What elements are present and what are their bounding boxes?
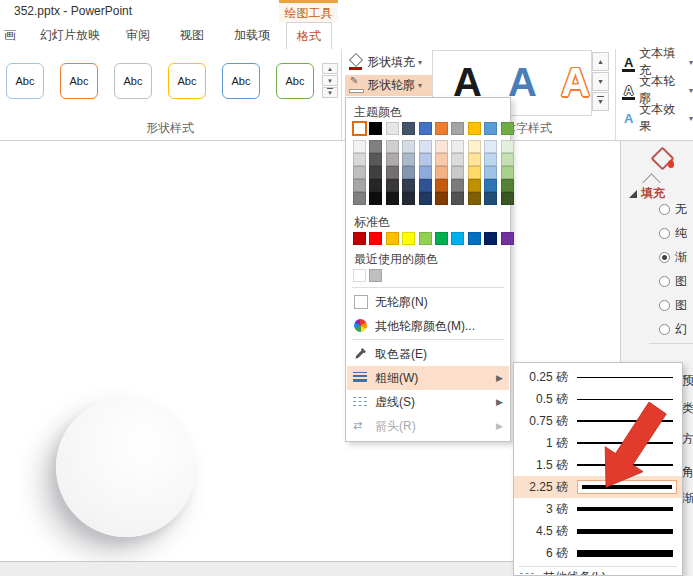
- theme-tint-swatch[interactable]: [501, 140, 514, 153]
- shape-fill-button[interactable]: 形状填充 ▾: [345, 52, 433, 73]
- white-circle-shape[interactable]: [56, 397, 196, 537]
- theme-tint-swatch[interactable]: [451, 192, 464, 205]
- theme-tint-swatch[interactable]: [353, 192, 366, 205]
- theme-tint-swatch[interactable]: [353, 153, 366, 166]
- theme-tint-swatch[interactable]: [386, 140, 399, 153]
- weight-option-1.5磅[interactable]: 1.5 磅: [514, 454, 682, 476]
- theme-tint-swatch[interactable]: [419, 179, 432, 192]
- weight-option-0.5磅[interactable]: 0.5 磅: [514, 388, 682, 410]
- text-fill-button[interactable]: A 文本填充 ▾: [622, 51, 693, 73]
- standard-color-swatch[interactable]: [501, 232, 514, 245]
- tab-addins[interactable]: 加载项: [232, 22, 272, 48]
- theme-tint-swatch[interactable]: [419, 166, 432, 179]
- theme-tint-swatch[interactable]: [484, 140, 497, 153]
- menu-item-more-lines[interactable]: 其他线条(L)...: [520, 569, 616, 576]
- shape-style-preset-3[interactable]: Abc: [114, 63, 152, 99]
- theme-tint-swatch[interactable]: [468, 140, 481, 153]
- fill-option-6[interactable]: 幻: [659, 317, 687, 341]
- theme-tint-swatch[interactable]: [353, 140, 366, 153]
- theme-tint-swatch[interactable]: [451, 179, 464, 192]
- theme-tint-swatch[interactable]: [419, 140, 432, 153]
- fill-option-3[interactable]: 渐: [659, 245, 687, 269]
- theme-tint-swatch[interactable]: [369, 179, 382, 192]
- theme-tint-swatch[interactable]: [435, 192, 448, 205]
- theme-tint-swatch[interactable]: [353, 179, 366, 192]
- wordart-scroll-up-icon[interactable]: ▲: [592, 52, 609, 71]
- theme-tint-swatch[interactable]: [402, 192, 415, 205]
- theme-tint-swatch[interactable]: [386, 166, 399, 179]
- shape-style-preset-6[interactable]: Abc: [276, 63, 314, 99]
- gallery-scroll-up-icon[interactable]: ▲: [322, 63, 338, 74]
- theme-tint-swatch[interactable]: [435, 153, 448, 166]
- standard-color-swatch[interactable]: [369, 232, 382, 245]
- theme-tint-swatch[interactable]: [451, 153, 464, 166]
- menu-item-no-outline[interactable]: 无轮廓(N): [347, 290, 509, 314]
- standard-color-swatch[interactable]: [402, 232, 415, 245]
- theme-color-swatch[interactable]: [353, 122, 366, 135]
- menu-item-eyedropper[interactable]: 取色器(E): [347, 342, 509, 366]
- weight-option-4.5磅[interactable]: 4.5 磅: [514, 520, 682, 542]
- wordart-style-orange-outline[interactable]: A: [561, 53, 590, 111]
- standard-color-swatch[interactable]: [484, 232, 497, 245]
- theme-color-swatch[interactable]: [468, 122, 481, 135]
- tab-review[interactable]: 审阅: [124, 22, 152, 48]
- theme-tint-swatch[interactable]: [369, 166, 382, 179]
- theme-tint-swatch[interactable]: [468, 192, 481, 205]
- fill-option-2[interactable]: 纯: [659, 221, 687, 245]
- theme-tint-swatch[interactable]: [468, 153, 481, 166]
- gallery-scroll-down-icon[interactable]: ▼: [322, 75, 338, 86]
- tab-slideshow[interactable]: 幻灯片放映: [38, 22, 102, 48]
- standard-color-swatch[interactable]: [419, 232, 432, 245]
- menu-item-more-outline-colors[interactable]: 其他轮廓颜色(M)...: [347, 314, 509, 338]
- wordart-scroll-down-icon[interactable]: ▼: [592, 72, 609, 91]
- theme-tint-swatch[interactable]: [369, 192, 382, 205]
- shape-style-preset-4[interactable]: Abc: [168, 63, 206, 99]
- fill-option-4[interactable]: 图: [659, 269, 687, 293]
- standard-color-swatch[interactable]: [386, 232, 399, 245]
- weight-option-0.75磅[interactable]: 0.75 磅: [514, 410, 682, 432]
- standard-color-swatch[interactable]: [468, 232, 481, 245]
- theme-color-swatch[interactable]: [419, 122, 432, 135]
- theme-tint-swatch[interactable]: [468, 166, 481, 179]
- text-outline-button[interactable]: A 文本轮廓 ▾: [622, 79, 693, 101]
- theme-color-swatch[interactable]: [501, 122, 514, 135]
- weight-option-2.25磅[interactable]: 2.25 磅: [514, 476, 682, 498]
- fill-option-5[interactable]: 图: [659, 293, 687, 317]
- theme-tint-swatch[interactable]: [419, 192, 432, 205]
- theme-tint-swatch[interactable]: [386, 192, 399, 205]
- theme-color-swatch[interactable]: [451, 122, 464, 135]
- theme-tint-swatch[interactable]: [484, 153, 497, 166]
- tab-view[interactable]: 视图: [178, 22, 206, 48]
- theme-tint-swatch[interactable]: [402, 153, 415, 166]
- theme-tint-swatch[interactable]: [501, 166, 514, 179]
- tab-animation-partial[interactable]: 画: [2, 22, 18, 48]
- theme-tint-swatch[interactable]: [501, 153, 514, 166]
- theme-tint-swatch[interactable]: [484, 166, 497, 179]
- theme-tint-swatch[interactable]: [484, 192, 497, 205]
- theme-color-swatch[interactable]: [435, 122, 448, 135]
- shape-style-preset-1[interactable]: Abc: [6, 63, 44, 99]
- theme-tint-swatch[interactable]: [468, 179, 481, 192]
- theme-tint-swatch[interactable]: [402, 179, 415, 192]
- theme-tint-swatch[interactable]: [451, 140, 464, 153]
- theme-color-swatch[interactable]: [402, 122, 415, 135]
- weight-option-6磅[interactable]: 6 磅: [514, 542, 682, 564]
- tab-format-active[interactable]: 格式: [286, 22, 332, 49]
- weight-option-3磅[interactable]: 3 磅: [514, 498, 682, 520]
- weight-option-0.25磅[interactable]: 0.25 磅: [514, 366, 682, 388]
- recent-color-swatch[interactable]: [369, 269, 382, 282]
- theme-tint-swatch[interactable]: [386, 153, 399, 166]
- text-effects-button[interactable]: A 文本效果 ▾: [622, 107, 693, 129]
- fill-option-1[interactable]: 无: [659, 197, 687, 221]
- wordart-style-blue[interactable]: A: [508, 53, 537, 111]
- theme-tint-swatch[interactable]: [451, 166, 464, 179]
- theme-tint-swatch[interactable]: [402, 140, 415, 153]
- theme-tint-swatch[interactable]: [484, 179, 497, 192]
- menu-item-dashes[interactable]: 虚线(S) ▶: [347, 390, 509, 414]
- theme-tint-swatch[interactable]: [369, 153, 382, 166]
- theme-tint-swatch[interactable]: [369, 140, 382, 153]
- shape-style-preset-5[interactable]: Abc: [222, 63, 260, 99]
- theme-tint-swatch[interactable]: [402, 166, 415, 179]
- menu-item-weight[interactable]: 粗细(W) ▶: [347, 366, 509, 390]
- theme-tint-swatch[interactable]: [435, 166, 448, 179]
